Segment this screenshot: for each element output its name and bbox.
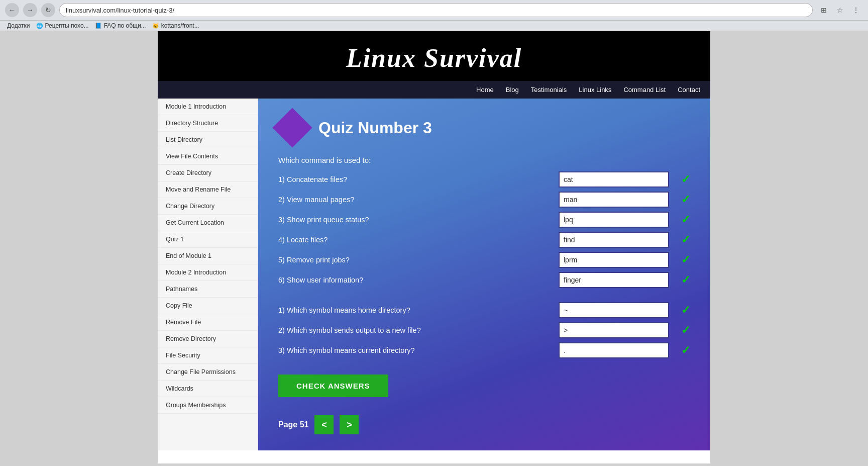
checkmark-4: ✓ — [681, 233, 690, 246]
answer-input-1[interactable] — [559, 171, 669, 188]
browser-icons: ⊞ ☆ ⋮ — [817, 3, 863, 17]
checkmark-s1: ✓ — [681, 304, 690, 317]
site-header: Linux Survival — [158, 31, 710, 81]
extensions-icon[interactable]: ⊞ — [817, 3, 831, 17]
nav-blog[interactable]: Blog — [506, 86, 519, 94]
nav-home[interactable]: Home — [476, 86, 494, 94]
question-section-1: Which command is used to: 1) Concatenate… — [278, 156, 690, 288]
back-button[interactable]: ← — [5, 3, 19, 17]
sidebar-item-change-directory[interactable]: Change Directory — [158, 198, 258, 215]
sidebar-item-view-file-contents[interactable]: View File Contents — [158, 148, 258, 165]
sidebar: Module 1 Introduction Directory Structur… — [158, 99, 258, 450]
question-text-s2: 2) Which symbol sends output to a new fi… — [278, 326, 551, 334]
answer-input-s3[interactable] — [559, 342, 669, 358]
nav-command-list[interactable]: Command List — [623, 86, 666, 94]
question-row-5: 5) Remove print jobs? ✓ — [278, 252, 690, 268]
quiz-diamond-wrapper — [278, 114, 306, 142]
sidebar-item-module1-intro[interactable]: Module 1 Introduction — [158, 99, 258, 115]
question-section-2: 1) Which symbol means home directory? ✓ … — [278, 302, 690, 358]
bookmark-dodatky[interactable]: Додатки — [5, 22, 30, 29]
question-text-s1: 1) Which symbol means home directory? — [278, 306, 551, 314]
question-row-s3: 3) Which symbol means current directory?… — [278, 342, 690, 358]
checkmark-1: ✓ — [681, 173, 690, 186]
forward-button[interactable]: → — [23, 3, 37, 17]
checkmark-5: ✓ — [681, 253, 690, 266]
bookmarks-bar: Додатки 🌐 Рецепты похо... 📘 FAQ по общи.… — [0, 21, 868, 31]
site-title: Linux Survival — [168, 43, 700, 73]
question-text-5: 5) Remove print jobs? — [278, 256, 551, 264]
checkmark-s3: ✓ — [681, 344, 690, 357]
page-label: Page 51 — [278, 420, 308, 429]
question-row-s2: 2) Which symbol sends output to a new fi… — [278, 322, 690, 338]
bookmark-kottans[interactable]: 🐱 kottans/front... — [152, 22, 199, 29]
question-row-6: 6) Show user information? ✓ — [278, 272, 690, 288]
answer-input-5[interactable] — [559, 252, 669, 268]
sidebar-item-remove-file[interactable]: Remove File — [158, 314, 258, 331]
question-text-6: 6) Show user information? — [278, 276, 551, 284]
content-area: Module 1 Introduction Directory Structur… — [158, 99, 710, 450]
answer-input-6[interactable] — [559, 272, 669, 288]
sidebar-item-get-current-location[interactable]: Get Current Location — [158, 215, 258, 231]
bookmark-icon-recipes: 🌐 — [36, 23, 43, 29]
sidebar-item-create-directory[interactable]: Create Directory — [158, 165, 258, 181]
prev-page-button[interactable]: < — [314, 415, 334, 434]
question-row-2: 2) View manual pages? ✓ — [278, 192, 690, 208]
sidebar-item-pathnames[interactable]: Pathnames — [158, 281, 258, 298]
sidebar-item-wildcards[interactable]: Wildcards — [158, 381, 258, 397]
question-row-s1: 1) Which symbol means home directory? ✓ — [278, 302, 690, 318]
question-text-4: 4) Locate files? — [278, 236, 551, 244]
refresh-button[interactable]: ↻ — [41, 3, 55, 17]
sidebar-item-module2-intro[interactable]: Module 2 Introduction — [158, 264, 258, 281]
answer-input-4[interactable] — [559, 232, 669, 248]
bookmark-icon-kottans: 🐱 — [152, 23, 159, 29]
page-nav: Page 51 < > — [278, 415, 690, 434]
bookmark-faq[interactable]: 📘 FAQ по общи... — [95, 22, 146, 29]
answer-input-2[interactable] — [559, 192, 669, 208]
checkmark-s2: ✓ — [681, 324, 690, 337]
checkmark-3: ✓ — [681, 213, 690, 226]
address-bar[interactable] — [59, 3, 813, 17]
sidebar-item-list-directory[interactable]: List Directory — [158, 132, 258, 148]
answer-input-s2[interactable] — [559, 322, 669, 338]
sidebar-item-file-security[interactable]: File Security — [158, 347, 258, 364]
question-text-1: 1) Concatenate files? — [278, 175, 551, 183]
quiz-title: Quiz Number 3 — [318, 119, 432, 137]
sidebar-item-quiz1[interactable]: Quiz 1 — [158, 231, 258, 248]
bookmark-recipes[interactable]: 🌐 Рецепты похо... — [36, 22, 89, 29]
checkmark-6: ✓ — [681, 273, 690, 287]
browser-chrome: ← → ↻ ⊞ ☆ ⋮ — [0, 0, 868, 21]
answer-input-s1[interactable] — [559, 302, 669, 318]
question-row-3: 3) Show print queue status? ✓ — [278, 212, 690, 228]
question-row-4: 4) Locate files? ✓ — [278, 232, 690, 248]
check-answers-button[interactable]: CHECK ANSWERS — [278, 375, 388, 397]
sidebar-item-change-file-permissions[interactable]: Change File Permissions — [158, 364, 258, 381]
settings-icon[interactable]: ⋮ — [849, 3, 863, 17]
site-nav: Home Blog Testimonials Linux Links Comma… — [158, 81, 710, 99]
checkmark-2: ✓ — [681, 193, 690, 206]
sidebar-item-copy-file[interactable]: Copy File — [158, 298, 258, 314]
sidebar-item-move-rename-file[interactable]: Move and Rename File — [158, 181, 258, 198]
nav-testimonials[interactable]: Testimonials — [531, 86, 567, 94]
next-page-button[interactable]: > — [340, 415, 359, 434]
question-row-1: 1) Concatenate files? ✓ — [278, 171, 690, 188]
main-content: Quiz Number 3 Which command is used to: … — [258, 99, 710, 450]
nav-contact[interactable]: Contact — [678, 86, 700, 94]
page-wrapper: Linux Survival Home Blog Testimonials Li… — [158, 31, 710, 463]
nav-linux-links[interactable]: Linux Links — [579, 86, 611, 94]
answer-input-3[interactable] — [559, 212, 669, 228]
sidebar-item-groups-memberships[interactable]: Groups Memberships — [158, 397, 258, 414]
question-text-s3: 3) Which symbol means current directory? — [278, 346, 551, 354]
bookmark-icon-faq: 📘 — [95, 23, 102, 29]
section-intro: Which command is used to: — [278, 156, 690, 164]
sidebar-item-end-module1[interactable]: End of Module 1 — [158, 248, 258, 264]
quiz-header: Quiz Number 3 — [278, 114, 690, 142]
question-text-3: 3) Show print queue status? — [278, 216, 551, 224]
question-text-2: 2) View manual pages? — [278, 196, 551, 204]
sidebar-item-directory-structure[interactable]: Directory Structure — [158, 115, 258, 132]
bookmark-icon[interactable]: ☆ — [833, 3, 847, 17]
quiz-diamond — [272, 108, 312, 147]
sidebar-item-remove-directory[interactable]: Remove Directory — [158, 331, 258, 347]
